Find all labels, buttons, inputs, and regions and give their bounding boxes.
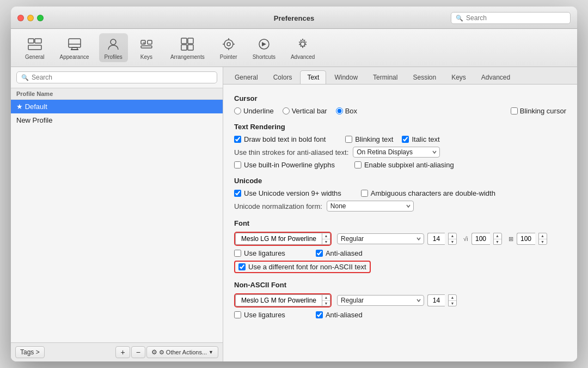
tab-general[interactable]: General [228,70,265,84]
non-ascii-ligatures-option[interactable]: Use ligatures [234,311,285,319]
diff-font-ascii-checkbox[interactable] [238,263,246,270]
font-size-stepper[interactable]: ▲ ▼ [448,233,457,245]
vi-down-arrow[interactable]: ▼ [494,239,501,245]
toolbar-item-keys[interactable]: ⌘ Keys [132,33,161,62]
toolbar-item-appearance[interactable]: Appearance [54,33,95,62]
font-size-up-arrow[interactable]: ▲ [449,233,456,239]
unicode-widths-checkbox[interactable] [234,190,241,197]
anti-aliased-checkbox[interactable] [316,250,323,257]
font-size-input[interactable] [427,233,445,245]
font-size-down-arrow[interactable]: ▼ [449,239,456,245]
thin-strokes-select[interactable]: On Retina Displays Always Never On Non-R… [353,147,440,158]
non-ascii-ligatures-checkbox[interactable] [234,311,241,318]
tab-text[interactable]: Text [300,70,326,84]
toolbar-item-profiles[interactable]: Profiles [99,33,128,62]
font-name-stepper[interactable]: ▲ ▼ [322,233,330,245]
vi-up-arrow[interactable]: ▲ [494,233,501,239]
non-ascii-size-down-arrow[interactable]: ▼ [449,301,456,306]
font-row: Meslo LG M for Powerline ▲ ▼ Regular Bol… [234,232,566,246]
unicode-widths-option[interactable]: Use Unicode version 9+ widths [234,189,341,197]
close-button[interactable] [17,15,24,21]
svg-rect-0 [28,39,34,43]
h-up-arrow[interactable]: ▲ [539,233,547,239]
ambiguous-chars-option[interactable]: Ambiguous characters are double-width [361,189,495,197]
tab-keys[interactable]: Keys [444,70,473,84]
tags-button[interactable]: Tags > [15,346,45,358]
non-ascii-anti-aliased-option[interactable]: Anti-aliased [316,311,363,319]
toolbar-item-general[interactable]: General [20,33,50,62]
title-search-input[interactable] [466,14,566,22]
tab-advanced[interactable]: Advanced [474,70,517,84]
cursor-section-title: Cursor [234,94,566,102]
cursor-underline-radio[interactable] [234,107,241,114]
toolbar-item-shortcuts[interactable]: Shortcuts [247,33,281,62]
non-ascii-size-up-arrow[interactable]: ▲ [449,295,456,301]
non-ascii-font-size-input[interactable] [427,294,445,306]
tab-window[interactable]: Window [327,70,365,84]
font-style-select[interactable]: Regular Bold Italic Bold Italic [337,233,424,244]
h-down-arrow[interactable]: ▼ [539,239,547,245]
cursor-box-radio[interactable] [336,107,343,114]
draw-bold-option[interactable]: Draw bold text in bold font [234,135,326,143]
ligatures-checkbox[interactable] [234,250,241,257]
anti-aliased-option[interactable]: Anti-aliased [316,249,363,257]
toolbar-item-arrangements[interactable]: Arrangements [165,33,210,62]
non-ascii-font-up-arrow[interactable]: ▲ [322,295,330,301]
other-actions-button[interactable]: ⚙ ⚙ Other Actions... ▼ [146,346,218,358]
powerline-option[interactable]: Use built-in Powerline glyphs [234,161,335,169]
font-name-down-arrow[interactable]: ▼ [322,239,330,245]
subpixel-option[interactable]: Enable subpixel anti-aliasing [354,161,454,169]
profile-search-inner[interactable]: 🔍 [16,71,217,83]
vi-input[interactable] [471,233,490,245]
subpixel-checkbox[interactable] [354,161,362,168]
remove-profile-button[interactable]: − [131,346,145,358]
blinking-cursor-option[interactable]: Blinking cursor [511,107,566,115]
font-name-button[interactable]: Meslo LG M for Powerline [235,233,322,245]
ligatures-option[interactable]: Use ligatures [234,249,285,257]
cursor-box-option[interactable]: Box [336,107,357,115]
non-ascii-font-name-stepper[interactable]: ▲ ▼ [322,294,330,306]
cursor-vertical-bar-option[interactable]: Vertical bar [283,107,327,115]
font-section-title: Font [234,219,566,227]
toolbar-item-advanced[interactable]: Advanced [285,33,320,62]
non-ascii-anti-aliased-checkbox[interactable] [316,311,323,318]
ambiguous-chars-checkbox[interactable] [361,190,368,197]
powerline-checkbox[interactable] [234,161,241,168]
tab-terminal[interactable]: Terminal [366,70,405,84]
svg-rect-11 [141,46,152,48]
profile-item-new[interactable]: New Profile [11,113,223,127]
tab-colors[interactable]: Colors [266,70,299,84]
normalization-label: Unicode normalization form: [234,202,322,210]
draw-bold-checkbox[interactable] [234,136,241,143]
svg-rect-13 [188,38,193,44]
h-stepper[interactable]: ▲ ▼ [538,233,547,245]
tab-session[interactable]: Session [406,70,443,84]
normalization-select[interactable]: None NFC NFD NFKC NFKD [327,201,414,212]
text-rendering-section: Text Rendering Draw bold text in bold fo… [234,123,566,169]
non-ascii-font-size-stepper[interactable]: ▲ ▼ [448,294,457,306]
diff-font-ascii-option[interactable]: Use a different font for non-ASCII text [238,263,366,271]
add-profile-button[interactable]: + [115,346,130,358]
profile-item-default[interactable]: Default [11,100,223,113]
blinking-cursor-checkbox[interactable] [511,107,518,114]
non-ascii-font-style-select[interactable]: Regular Bold Italic Bold Italic [337,295,424,306]
non-ascii-font-down-arrow[interactable]: ▼ [322,301,330,306]
toolbar-item-pointer[interactable]: Pointer [215,33,243,62]
h-input[interactable] [517,233,535,245]
profile-search-input[interactable] [32,74,212,81]
vi-stepper[interactable]: ▲ ▼ [493,233,502,245]
font-name-up-arrow[interactable]: ▲ [322,233,330,239]
general-icon [26,35,44,53]
title-search-box[interactable]: 🔍 [451,12,571,24]
preferences-window: Preferences 🔍 General Appearance Profile… [11,7,577,361]
italic-text-checkbox[interactable] [402,136,409,143]
profile-list-header: Profile Name [11,88,223,100]
blinking-text-option[interactable]: Blinking text [345,135,393,143]
cursor-underline-option[interactable]: Underline [234,107,274,115]
italic-text-option[interactable]: Italic text [402,135,439,143]
maximize-button[interactable] [37,15,44,21]
non-ascii-font-name-button[interactable]: Meslo LG M for Powerline [235,294,322,306]
cursor-vertical-radio[interactable] [283,107,290,114]
blinking-text-checkbox[interactable] [345,136,352,143]
minimize-button[interactable] [27,15,34,21]
